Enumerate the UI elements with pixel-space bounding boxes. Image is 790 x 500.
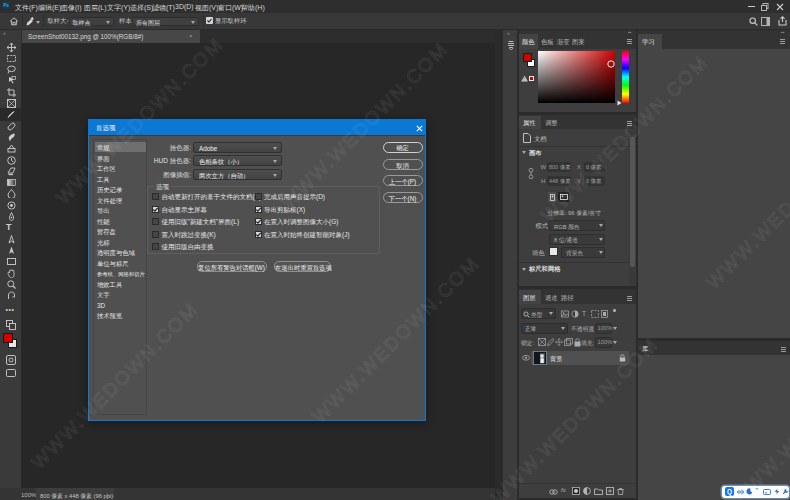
svg-text:!: ! (523, 76, 524, 82)
